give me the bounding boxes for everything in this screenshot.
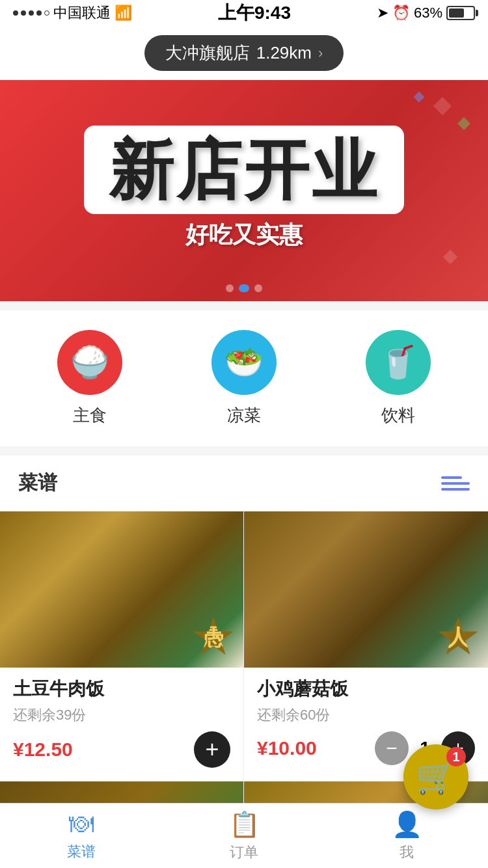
nav-item-orders[interactable]: 📋 订单 <box>163 810 325 862</box>
signal-dots <box>13 10 49 16</box>
quantity-decrease-button-2[interactable]: − <box>375 731 409 765</box>
alarm-icon: ⏰ <box>392 5 410 21</box>
food-image-1: 愚 <box>0 511 243 668</box>
category-staple-icon: 🍚 <box>57 330 122 395</box>
location-pill[interactable]: 大冲旗舰店 1.29km › <box>144 35 344 71</box>
nav-item-menu[interactable]: 🍽 菜谱 <box>0 810 163 861</box>
food-name-2: 小鸡蘑菇饭 <box>257 677 475 701</box>
location-icon: ➤ <box>377 5 388 21</box>
cart-button[interactable]: 🛒 1 <box>403 744 468 809</box>
category-cold-icon: 🥗 <box>211 330 277 395</box>
banner-dot-3[interactable] <box>254 284 262 292</box>
banner-diamond-3 <box>414 92 425 103</box>
banner-dot-2[interactable] <box>239 284 249 292</box>
category-staple[interactable]: 🍚 主食 <box>57 330 122 427</box>
category-drink[interactable]: 🥤 饮料 <box>366 330 431 427</box>
banner-main-text: 新店开业 <box>89 131 399 209</box>
list-icon-line-3 <box>441 488 470 491</box>
location-bar: 大冲旗舰店 1.29km › <box>0 26 488 80</box>
nav-menu-icon: 🍽 <box>69 810 94 838</box>
carrier-label: 中国联通 <box>53 3 111 23</box>
menu-header: 菜谱 <box>0 455 488 511</box>
nav-orders-icon: 📋 <box>229 810 260 839</box>
category-drink-icon: 🥤 <box>366 330 431 395</box>
banner-diamond-1 <box>433 97 452 115</box>
category-cold[interactable]: 🥗 凉菜 <box>211 330 277 427</box>
nav-profile-label: 我 <box>400 843 414 862</box>
food-remaining-1: 还剩余39份 <box>13 705 230 725</box>
store-name: 大冲旗舰店 <box>165 42 250 64</box>
list-view-button[interactable] <box>441 476 470 491</box>
banner-dot-1[interactable] <box>226 284 234 292</box>
banner-diamond-4 <box>443 250 458 265</box>
add-to-cart-button-1[interactable]: + <box>194 731 230 768</box>
signal-dot-5 <box>44 10 49 16</box>
signal-dot-4 <box>36 10 42 16</box>
food-price-2: ¥10.00 <box>257 737 317 759</box>
battery-indicator <box>446 6 475 20</box>
hero-banner: 新店开业 好吃又实惠 <box>0 80 488 301</box>
signal-dot-1 <box>13 10 18 16</box>
food-price-row-1: ¥12.50 + <box>13 731 230 768</box>
menu-title: 菜谱 <box>18 470 57 496</box>
wifi-icon: 📶 <box>115 5 132 21</box>
status-time: 上午9:43 <box>218 1 291 25</box>
cart-badge: 1 <box>446 747 466 766</box>
food-info-1: 土豆牛肉饭 还剩余39份 ¥12.50 + <box>0 668 243 768</box>
food-card-2: 人 小鸡蘑菇饭 还剩余60份 ¥10.00 − 1 + <box>244 511 488 781</box>
list-icon-line-1 <box>441 476 462 479</box>
category-staple-label: 主食 <box>73 404 107 427</box>
store-distance: 1.29km <box>256 43 312 63</box>
bottom-nav: 🍽 菜谱 📋 订单 👤 我 <box>0 803 488 868</box>
chevron-right-icon: › <box>318 45 323 62</box>
status-bar: 中国联通 📶 上午9:43 ➤ ⏰ 63% <box>0 0 488 26</box>
category-drink-label: 饮料 <box>381 404 415 427</box>
banner-dots <box>226 284 262 292</box>
banner-text-container: 新店开业 好吃又实惠 <box>89 131 399 251</box>
nav-item-profile[interactable]: 👤 我 <box>325 810 488 862</box>
food-card-1: 愚 土豆牛肉饭 还剩余39份 ¥12.50 + <box>0 511 244 781</box>
food-price-1: ¥12.50 <box>13 739 73 761</box>
battery-fill <box>449 8 464 18</box>
nav-menu-label: 菜谱 <box>67 842 96 861</box>
signal-dot-2 <box>21 10 26 16</box>
category-row: 🍚 主食 🥗 凉菜 🥤 饮料 <box>0 310 488 446</box>
nav-orders-label: 订单 <box>230 843 258 862</box>
food-image-2: 人 <box>244 511 488 668</box>
battery-label: 63% <box>414 5 442 21</box>
banner-diamond-2 <box>457 117 470 130</box>
status-left: 中国联通 📶 <box>13 3 132 23</box>
category-cold-label: 凉菜 <box>227 404 261 427</box>
nav-profile-icon: 👤 <box>392 810 422 839</box>
status-right: ➤ ⏰ 63% <box>377 5 475 21</box>
banner-sub-text: 好吃又实惠 <box>185 219 303 251</box>
list-icon-line-2 <box>441 482 470 485</box>
food-name-1: 土豆牛肉饭 <box>13 677 230 701</box>
signal-dot-3 <box>29 10 34 16</box>
food-remaining-2: 还剩余60份 <box>257 705 475 725</box>
